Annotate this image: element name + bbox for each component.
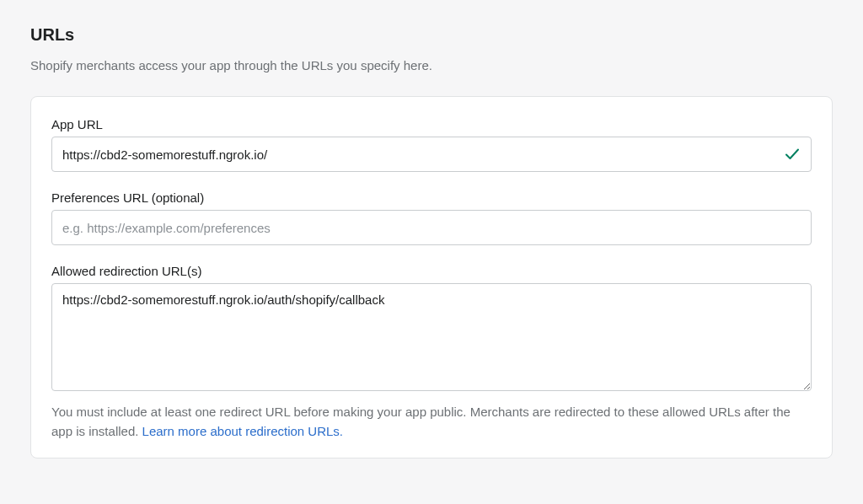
section-description: Shopify merchants access your app throug… <box>30 58 833 72</box>
allowed-redirection-urls-group: Allowed redirection URL(s) https://cbd2-… <box>51 264 812 394</box>
urls-card: App URL Preferences URL (optional) Allow… <box>30 96 833 458</box>
app-url-input[interactable] <box>51 137 812 172</box>
app-url-group: App URL <box>51 117 812 172</box>
preferences-url-input[interactable] <box>51 210 812 245</box>
learn-more-link[interactable]: Learn more about redirection URLs. <box>142 424 343 438</box>
app-url-label: App URL <box>51 117 812 131</box>
check-icon <box>783 145 801 164</box>
preferences-url-input-wrapper <box>51 210 812 245</box>
section-title: URLs <box>30 25 833 45</box>
allowed-redirection-urls-input[interactable]: https://cbd2-somemorestuff.ngrok.io/auth… <box>51 283 812 391</box>
allowed-redirection-urls-label: Allowed redirection URL(s) <box>51 264 812 278</box>
app-url-input-wrapper <box>51 137 812 172</box>
preferences-url-group: Preferences URL (optional) <box>51 190 812 245</box>
redirect-url-help-text: You must include at least one redirect U… <box>51 403 812 441</box>
preferences-url-label: Preferences URL (optional) <box>51 190 812 205</box>
